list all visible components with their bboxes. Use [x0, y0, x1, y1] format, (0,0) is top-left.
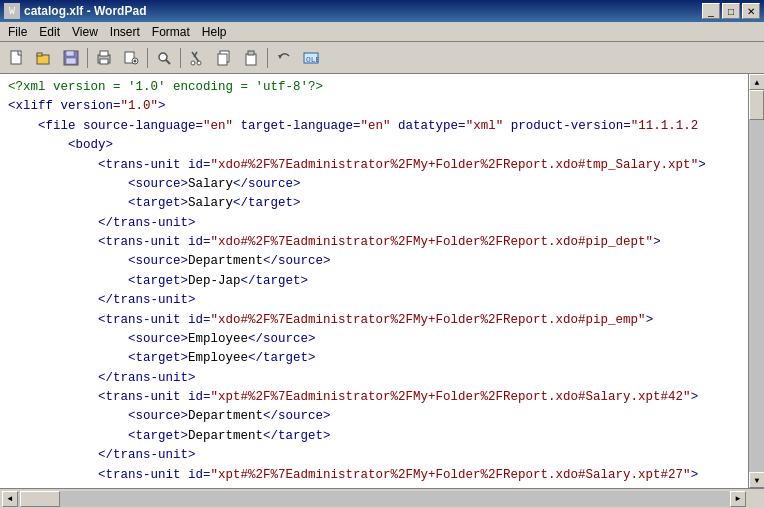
- scroll-thumb-h[interactable]: [20, 491, 60, 507]
- minimize-button[interactable]: _: [702, 3, 720, 19]
- line-12: </trans-unit>: [8, 291, 740, 310]
- menu-help[interactable]: Help: [196, 24, 233, 40]
- find-button[interactable]: [151, 46, 177, 70]
- line-1: <?xml version = '1.0' encoding = 'utf-8'…: [8, 78, 740, 97]
- scrollbar-corner: [748, 491, 764, 507]
- scroll-track-v[interactable]: [749, 90, 764, 472]
- line-21: <trans-unit id="xpt#%2F%7Eadministrator%…: [8, 466, 740, 485]
- line-19: <target>Department</target>: [8, 427, 740, 446]
- line-5: <trans-unit id="xdo#%2F%7Eadministrator%…: [8, 156, 740, 175]
- vertical-scrollbar: ▲ ▼: [748, 74, 764, 488]
- menu-view[interactable]: View: [66, 24, 104, 40]
- svg-rect-8: [100, 59, 108, 64]
- title-bar: W catalog.xlf - WordPad _ □ ✕: [0, 0, 764, 22]
- toolbar: OLE: [0, 42, 764, 74]
- print-button[interactable]: [91, 46, 117, 70]
- open-button[interactable]: [31, 46, 57, 70]
- main-area: <?xml version = '1.0' encoding = 'utf-8'…: [0, 74, 764, 488]
- line-6: <source>Salary</source>: [8, 175, 740, 194]
- menu-file[interactable]: File: [2, 24, 33, 40]
- scroll-left-button[interactable]: ◄: [2, 491, 18, 507]
- close-button[interactable]: ✕: [742, 3, 760, 19]
- undo-button[interactable]: [271, 46, 297, 70]
- separator-2: [147, 48, 148, 68]
- cut-button[interactable]: [184, 46, 210, 70]
- line-4: <body>: [8, 136, 740, 155]
- maximize-button[interactable]: □: [722, 3, 740, 19]
- svg-point-16: [191, 61, 195, 65]
- svg-rect-20: [246, 54, 256, 65]
- separator-1: [87, 48, 88, 68]
- special-button[interactable]: OLE: [298, 46, 324, 70]
- svg-rect-7: [100, 51, 108, 56]
- save-button[interactable]: [58, 46, 84, 70]
- line-10: <source>Department</source>: [8, 252, 740, 271]
- paste-button[interactable]: [238, 46, 264, 70]
- menu-bar: File Edit View Insert Format Help: [0, 22, 764, 42]
- print-preview-button[interactable]: [118, 46, 144, 70]
- bottom-bar: ◄ ►: [0, 488, 764, 508]
- editor-content[interactable]: <?xml version = '1.0' encoding = 'utf-8'…: [0, 74, 748, 488]
- scroll-thumb-v[interactable]: [749, 90, 764, 120]
- line-8: </trans-unit>: [8, 214, 740, 233]
- svg-rect-5: [66, 58, 76, 64]
- line-13: <trans-unit id="xdo#%2F%7Eadministrator%…: [8, 311, 740, 330]
- menu-format[interactable]: Format: [146, 24, 196, 40]
- svg-text:OLE: OLE: [306, 55, 319, 64]
- line-17: <trans-unit id="xpt#%2F%7Eadministrator%…: [8, 388, 740, 407]
- line-20: </trans-unit>: [8, 446, 740, 465]
- svg-rect-21: [248, 51, 254, 55]
- scroll-right-button[interactable]: ►: [730, 491, 746, 507]
- menu-insert[interactable]: Insert: [104, 24, 146, 40]
- scroll-up-button[interactable]: ▲: [749, 74, 764, 90]
- svg-line-13: [166, 60, 170, 64]
- svg-marker-22: [278, 55, 282, 59]
- svg-point-12: [159, 53, 167, 61]
- line-18: <source>Department</source>: [8, 407, 740, 426]
- line-15: <target>Employee</target>: [8, 349, 740, 368]
- scroll-down-button[interactable]: ▼: [749, 472, 764, 488]
- line-9: <trans-unit id="xdo#%2F%7Eadministrator%…: [8, 233, 740, 252]
- copy-button[interactable]: [211, 46, 237, 70]
- app-icon: W: [4, 3, 20, 19]
- svg-point-17: [197, 61, 201, 65]
- line-3: <file source-language="en" target-langua…: [8, 117, 740, 136]
- window-controls: _ □ ✕: [702, 3, 760, 19]
- separator-4: [267, 48, 268, 68]
- svg-point-11: [134, 59, 137, 62]
- scroll-track-h[interactable]: [18, 491, 730, 507]
- line-14: <source>Employee</source>: [8, 330, 740, 349]
- menu-edit[interactable]: Edit: [33, 24, 66, 40]
- svg-rect-4: [66, 51, 74, 56]
- new-button[interactable]: [4, 46, 30, 70]
- line-16: </trans-unit>: [8, 369, 740, 388]
- line-11: <target>Dep-Jap</target>: [8, 272, 740, 291]
- separator-3: [180, 48, 181, 68]
- line-7: <target>Salary</target>: [8, 194, 740, 213]
- line-2: <xliff version="1.0">: [8, 97, 740, 116]
- window-title: catalog.xlf - WordPad: [24, 4, 702, 18]
- svg-rect-19: [218, 54, 227, 65]
- svg-rect-2: [37, 53, 42, 56]
- horizontal-scrollbar: ◄ ►: [2, 491, 746, 507]
- line-22: <source>Manager</source>: [8, 485, 740, 488]
